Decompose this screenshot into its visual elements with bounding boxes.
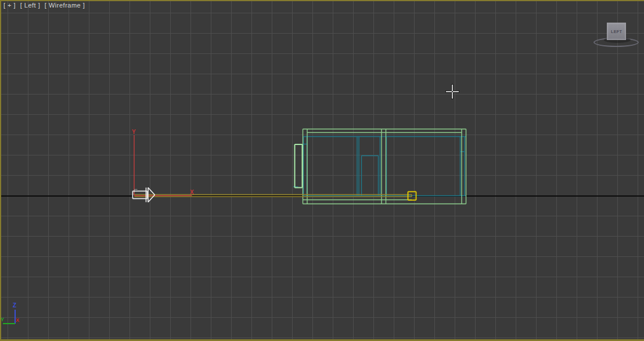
house-frame-teal[interactable] — [293, 137, 466, 196]
viewport-menu-shading[interactable]: [ Wireframe ] — [45, 2, 85, 9]
viewcube-face-left[interactable]: LEFT — [607, 23, 626, 40]
viewport-left-wireframe[interactable]: [ + ] [ Left ] [ Wireframe ] Y X Z Y X L… — [0, 0, 644, 341]
viewport-menu-pov[interactable]: [ Left ] — [20, 2, 41, 9]
world-y-axis-label: Y — [1, 317, 4, 322]
axis-tripod-gizmo[interactable] — [134, 135, 192, 195]
viewport-menu-general[interactable]: [ + ] — [3, 2, 16, 9]
viewcube-face-label: LEFT — [611, 29, 622, 34]
viewport-label: [ + ] [ Left ] [ Wireframe ] — [3, 2, 87, 9]
window-wireframe[interactable] — [295, 144, 303, 188]
gizmo-x-axis-label: X — [190, 190, 194, 195]
viewcube[interactable]: LEFT — [592, 20, 642, 48]
scene-wireframe — [0, 0, 644, 341]
world-x-axis-label: X — [16, 317, 19, 323]
world-z-axis-label: Z — [13, 303, 16, 309]
gizmo-y-axis-label: Y — [132, 129, 136, 135]
house-shell-green[interactable] — [303, 129, 466, 204]
